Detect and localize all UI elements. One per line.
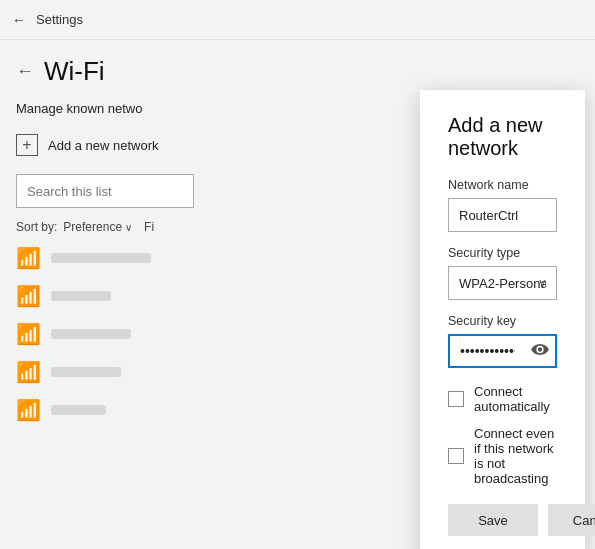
list-item[interactable]: 📶 xyxy=(16,322,194,346)
network-name-input[interactable] xyxy=(448,198,557,232)
filter-label: Fi xyxy=(144,220,154,234)
home-icon: ← xyxy=(16,61,34,82)
connect-auto-row: Connect automatically xyxy=(448,384,557,414)
list-item[interactable]: 📶 xyxy=(16,360,194,384)
connect-auto-label: Connect automatically xyxy=(474,384,557,414)
list-item[interactable]: 📶 xyxy=(16,398,194,422)
add-icon: + xyxy=(16,134,38,156)
search-input[interactable] xyxy=(16,174,194,208)
save-button[interactable]: Save xyxy=(448,504,538,536)
chevron-down-icon: ∨ xyxy=(125,222,132,233)
wifi-icon: 📶 xyxy=(16,246,41,270)
security-type-label: Security type xyxy=(448,246,557,260)
connect-broadcast-row: Connect even if this network is not broa… xyxy=(448,426,557,486)
show-password-button[interactable] xyxy=(531,343,549,359)
connect-broadcast-checkbox[interactable] xyxy=(448,448,464,464)
security-key-label: Security key xyxy=(448,314,557,328)
network-name xyxy=(51,291,111,301)
main-layout: ← Wi-Fi Manage known netwo + Add a new n… xyxy=(0,40,595,549)
connect-auto-checkbox[interactable] xyxy=(448,391,464,407)
sort-row: Sort by: Preference ∨ Fi xyxy=(16,220,194,234)
section-title: Manage known netwo xyxy=(16,101,194,116)
add-new-network-button[interactable]: + Add a new network xyxy=(16,130,159,160)
page-header: ← Wi-Fi xyxy=(16,56,194,87)
wifi-icon: 📶 xyxy=(16,284,41,308)
sort-dropdown[interactable]: Preference ∨ xyxy=(63,220,132,234)
page-title: Wi-Fi xyxy=(44,56,105,87)
network-name xyxy=(51,253,151,263)
network-name xyxy=(51,367,121,377)
wifi-icon: 📶 xyxy=(16,398,41,422)
sort-by-label: Sort by: xyxy=(16,220,57,234)
list-item[interactable]: 📶 xyxy=(16,246,194,270)
network-name-label: Network name xyxy=(448,178,557,192)
settings-title: Settings xyxy=(36,12,83,27)
network-list: 📶 📶 📶 📶 📶 xyxy=(16,246,194,422)
eye-icon xyxy=(531,344,549,356)
dialog-footer: Save Cancel xyxy=(448,504,557,536)
list-item[interactable]: 📶 xyxy=(16,284,194,308)
security-type-wrapper: Open WEP WPA2-Personal AES WPA2-Enterpri… xyxy=(448,266,557,300)
connect-broadcast-label: Connect even if this network is not broa… xyxy=(474,426,557,486)
wifi-icon: 📶 xyxy=(16,360,41,384)
cancel-button[interactable]: Cancel xyxy=(548,504,595,536)
left-panel: ← Wi-Fi Manage known netwo + Add a new n… xyxy=(0,40,210,549)
wifi-icon: 📶 xyxy=(16,322,41,346)
add-network-dialog: Add a new network Network name Security … xyxy=(420,90,585,549)
network-name xyxy=(51,329,131,339)
security-type-select[interactable]: Open WEP WPA2-Personal AES WPA2-Enterpri… xyxy=(448,266,557,300)
sort-value: Preference xyxy=(63,220,122,234)
top-bar: ← Settings xyxy=(0,0,595,40)
back-button[interactable]: ← xyxy=(12,12,26,28)
add-network-label: Add a new network xyxy=(48,138,159,153)
dialog-title: Add a new network xyxy=(448,114,557,160)
network-name xyxy=(51,405,106,415)
security-key-wrapper xyxy=(448,334,557,368)
